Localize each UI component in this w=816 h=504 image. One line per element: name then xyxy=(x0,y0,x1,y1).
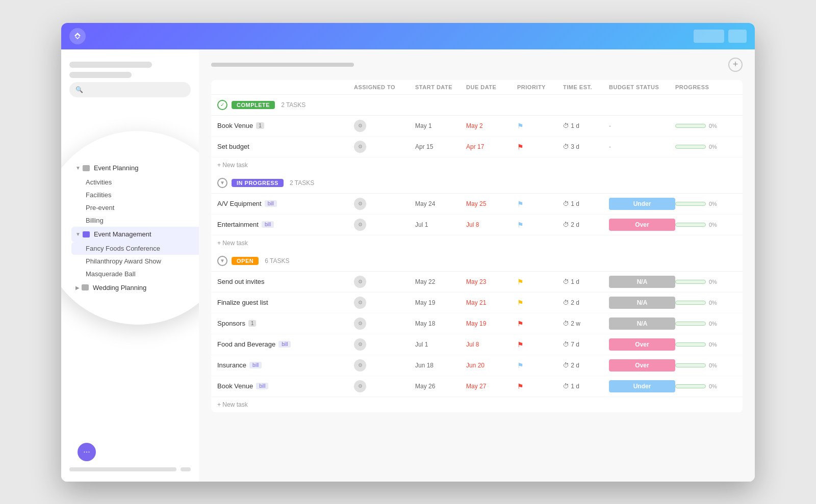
time-est-cell: ⏱ 2 d xyxy=(563,299,609,306)
app-logo[interactable] xyxy=(69,28,86,44)
sidebar-item-event-planning[interactable]: ▼ Event Planning ··· xyxy=(71,161,199,176)
assigned-cell: ⚙ xyxy=(354,276,415,288)
table-row: Insurance bill ⚙ Jun 18 Jun 20 ⚑ ⏱ 2 d O… xyxy=(211,355,743,376)
start-date-cell: May 24 xyxy=(415,200,466,207)
task-label: Book Venue xyxy=(217,122,253,129)
title-bar-button-1[interactable] xyxy=(694,30,724,43)
task-name-book-venue-2[interactable]: Book Venue bill xyxy=(217,382,354,390)
badge-in-progress: IN PROGRESS xyxy=(232,179,284,187)
task-count-complete: 2 TASKS xyxy=(281,101,305,109)
sidebar-sub-facilities[interactable]: Facilities 7 xyxy=(71,189,199,201)
priority-cell: ⚑ xyxy=(517,143,563,151)
chat-icon: ··· xyxy=(83,447,90,457)
chat-control xyxy=(181,467,191,471)
assigned-cell: ⚙ xyxy=(354,219,415,231)
budget-status-cell-over: Over xyxy=(609,338,675,351)
sidebar-label-event-management: Event Management xyxy=(94,230,151,238)
sidebar-item-wedding-planning[interactable]: ▶ Wedding Planning xyxy=(71,280,199,295)
priority-cell: ⚑ xyxy=(517,200,563,208)
tag-pill-bill: bill xyxy=(265,200,277,207)
chat-button[interactable]: ··· xyxy=(78,443,96,461)
task-name-insurance[interactable]: Insurance bill xyxy=(217,361,354,369)
section-toggle-complete[interactable]: ✓ xyxy=(217,100,227,110)
section-toggle-in-progress[interactable]: ▼ xyxy=(217,178,227,188)
due-date-cell: May 21 xyxy=(466,299,517,306)
task-name-av-equipment[interactable]: A/V Equipment bill xyxy=(217,200,354,207)
task-name-sponsors[interactable]: Sponsors 1 xyxy=(217,320,354,327)
sidebar-item-event-management[interactable]: ▼ Event Management ··· xyxy=(71,227,199,242)
budget-status-cell-na: N/A xyxy=(609,297,675,309)
table-row: Finalize guest list ⚙ May 19 May 21 ⚑ ⏱ … xyxy=(211,293,743,313)
progress-cell: 0% xyxy=(675,222,736,228)
col-priority: PRIORITY xyxy=(517,84,563,90)
task-name-finalize-guest[interactable]: Finalize guest list xyxy=(217,299,354,306)
avatar: ⚙ xyxy=(354,317,366,330)
sidebar-sub-philanthropy[interactable]: Philanthropy Award Show 8 xyxy=(71,255,199,268)
priority-cell: ⚑ xyxy=(517,382,563,390)
flag-icon-red: ⚑ xyxy=(517,143,524,151)
assigned-cell: ⚙ xyxy=(354,120,415,132)
app-window: 🔍 ▼ Event Planning ··· Activities 7 Faci… xyxy=(61,23,755,482)
task-label: Book Venue xyxy=(217,382,253,390)
task-name-food-beverage[interactable]: Food and Beverage bill xyxy=(217,340,354,348)
assigned-cell: ⚙ xyxy=(354,141,415,153)
progress-bar xyxy=(675,342,706,347)
avatar: ⚙ xyxy=(354,359,366,372)
sidebar-sub-billing[interactable]: Billing 3 xyxy=(71,214,199,227)
task-label: Set budget xyxy=(217,143,249,150)
priority-cell: ⚑ xyxy=(517,122,563,130)
task-table: ASSIGNED TO START DATE DUE DATE PRIORITY… xyxy=(211,80,743,412)
section-toggle-open[interactable]: ▼ xyxy=(217,256,227,266)
table-row: Send out invites ⚙ May 22 May 23 ⚑ ⏱ 1 d… xyxy=(211,272,743,293)
sidebar-search[interactable]: 🔍 xyxy=(69,82,191,97)
section-header-in-progress: ▼ IN PROGRESS 2 TASKS xyxy=(211,173,743,194)
assigned-cell: ⚙ xyxy=(354,297,415,309)
time-est-cell: ⏱ 7 d xyxy=(563,341,609,348)
search-icon: 🔍 xyxy=(75,86,83,93)
sub-label-philanthropy: Philanthropy Award Show xyxy=(86,257,161,265)
table-row: A/V Equipment bill ⚙ May 24 May 25 ⚑ ⏱ 1… xyxy=(211,194,743,215)
task-name-set-budget[interactable]: Set budget xyxy=(217,143,354,150)
new-task-button-in-progress[interactable]: + New task xyxy=(211,235,743,251)
task-label: Sponsors xyxy=(217,320,245,327)
due-date-cell: May 23 xyxy=(466,278,517,285)
table-row: Book Venue 1 ⚙ May 1 May 2 ⚑ ⏱ 1 d - 0% xyxy=(211,116,743,137)
progress-cell: 0% xyxy=(675,362,736,368)
title-bar-button-2[interactable] xyxy=(728,30,747,43)
table-row: Entertainment bill ⚙ Jul 1 Jul 8 ⚑ ⏱ 2 d… xyxy=(211,215,743,235)
new-task-button-complete[interactable]: + New task xyxy=(211,157,743,173)
start-date-cell: Jul 1 xyxy=(415,341,466,348)
progress-bar xyxy=(675,322,706,326)
task-count-open: 6 TASKS xyxy=(265,257,289,264)
task-name-book-venue[interactable]: Book Venue 1 xyxy=(217,122,354,129)
sidebar-sub-activities[interactable]: Activities 7 xyxy=(71,176,199,189)
priority-cell: ⚑ xyxy=(517,278,563,286)
table-row: Food and Beverage bill ⚙ Jul 1 Jul 8 ⚑ ⏱… xyxy=(211,334,743,355)
folder-icon-gray xyxy=(83,165,90,171)
add-section-button[interactable]: + xyxy=(728,58,743,72)
time-est-cell: ⏱ 2 w xyxy=(563,320,609,327)
due-date-cell: Jul 8 xyxy=(466,221,517,228)
flag-icon-blue: ⚑ xyxy=(517,200,524,208)
new-task-button-open[interactable]: + New task xyxy=(211,397,743,412)
chevron-icon: ▼ xyxy=(75,165,81,171)
sidebar-sub-fancy-foods[interactable]: Fancy Foods Conference 8 xyxy=(71,242,199,255)
sidebar-sub-pre-event[interactable]: Pre-event 6 xyxy=(71,201,199,214)
start-date-cell: Apr 15 xyxy=(415,143,466,150)
time-est-cell: ⏱ 1 d xyxy=(563,122,609,129)
flag-icon-blue: ⚑ xyxy=(517,122,524,130)
sub-label-fancy-foods: Fancy Foods Conference xyxy=(86,245,160,252)
sidebar-sub-masquerade[interactable]: Masquerade Ball 8 xyxy=(71,268,199,280)
sub-label-facilities: Facilities xyxy=(86,191,112,199)
task-name-entertainment[interactable]: Entertainment bill xyxy=(217,221,354,228)
avatar: ⚙ xyxy=(354,276,366,288)
table-row: Book Venue bill ⚙ May 26 May 27 ⚑ ⏱ 1 d … xyxy=(211,376,743,397)
task-count-bubble: 1 xyxy=(248,320,257,327)
time-est-cell: ⏱ 1 d xyxy=(563,278,609,285)
task-name-send-invites[interactable]: Send out invites xyxy=(217,278,354,285)
progress-pct: 0% xyxy=(709,222,717,228)
progress-pct: 0% xyxy=(709,383,717,389)
progress-cell: 0% xyxy=(675,383,736,389)
sidebar-label-wedding-planning: Wedding Planning xyxy=(93,284,146,291)
assigned-cell: ⚙ xyxy=(354,317,415,330)
